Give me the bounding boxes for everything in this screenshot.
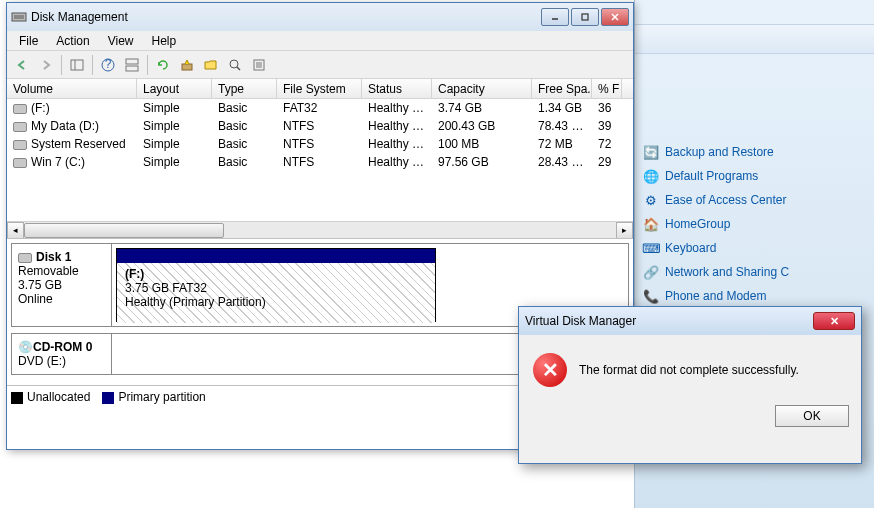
disk-name: Disk 1: [36, 250, 71, 264]
ok-button[interactable]: OK: [775, 405, 849, 427]
svg-rect-1: [14, 15, 24, 19]
titlebar[interactable]: Disk Management: [7, 3, 633, 31]
refresh-icon[interactable]: [152, 54, 174, 76]
svg-text:?: ?: [105, 58, 112, 71]
close-button[interactable]: [601, 8, 629, 26]
cp-item-icon: 🔗: [643, 264, 659, 280]
cp-item-icon: 🔄: [643, 144, 659, 160]
legend-primary: Primary partition: [118, 390, 205, 404]
menubar: File Action View Help: [7, 31, 633, 51]
legend-primary-swatch: [102, 392, 114, 404]
col-capacity[interactable]: Capacity: [432, 79, 532, 98]
volume-header-row: Volume Layout Type File System Status Ca…: [7, 79, 633, 99]
disk-size: 3.75 GB: [18, 278, 62, 292]
volume-row[interactable]: System ReservedSimpleBasicNTFSHealthy (S…: [7, 135, 633, 153]
col-free[interactable]: Free Spa...: [532, 79, 592, 98]
control-panel-item[interactable]: ⚙Ease of Access Center: [635, 188, 874, 212]
partition-f[interactable]: (F:) 3.75 GB FAT32 Healthy (Primary Part…: [116, 248, 436, 322]
cp-item-label: Network and Sharing C: [665, 265, 789, 279]
back-button[interactable]: [11, 54, 33, 76]
disk-type: Removable: [18, 264, 79, 278]
svg-line-14: [237, 67, 240, 70]
dialog-title: Virtual Disk Manager: [525, 314, 813, 328]
cp-item-icon: 🌐: [643, 168, 659, 184]
app-icon: [11, 9, 27, 25]
volume-list: Volume Layout Type File System Status Ca…: [7, 79, 633, 239]
disk-status: Online: [18, 292, 53, 306]
menu-file[interactable]: File: [11, 32, 46, 50]
partition-size: 3.75 GB FAT32: [125, 281, 207, 295]
partition-body: (F:) 3.75 GB FAT32 Healthy (Primary Part…: [117, 263, 435, 323]
control-panel-item[interactable]: 🔄Backup and Restore: [635, 140, 874, 164]
col-filesystem[interactable]: File System: [277, 79, 362, 98]
svg-rect-3: [582, 14, 588, 20]
col-type[interactable]: Type: [212, 79, 277, 98]
dialog-message: The format did not complete successfully…: [579, 363, 799, 377]
cp-item-label: Backup and Restore: [665, 145, 774, 159]
col-pctfree[interactable]: % F: [592, 79, 622, 98]
menu-help[interactable]: Help: [144, 32, 185, 50]
menu-action[interactable]: Action: [48, 32, 97, 50]
disk-icon: [18, 253, 32, 263]
scroll-track[interactable]: [24, 222, 616, 239]
tool-layout-icon[interactable]: [121, 54, 143, 76]
svg-rect-12: [182, 64, 192, 70]
legend-unallocated-swatch: [11, 392, 23, 404]
cp-item-icon: ⚙: [643, 192, 659, 208]
cd-icon: 💿: [18, 340, 33, 354]
properties-icon[interactable]: [248, 54, 270, 76]
partition-header: [117, 249, 435, 263]
help-icon[interactable]: ?: [97, 54, 119, 76]
menu-view[interactable]: View: [100, 32, 142, 50]
control-panel-item[interactable]: 🏠HomeGroup: [635, 212, 874, 236]
col-volume[interactable]: Volume: [7, 79, 137, 98]
scroll-thumb[interactable]: [24, 223, 224, 238]
cdrom-name: CD-ROM 0: [33, 340, 92, 354]
legend-unallocated: Unallocated: [27, 390, 90, 404]
disk-label: Disk 1 Removable 3.75 GB Online: [12, 244, 112, 326]
cp-item-label: HomeGroup: [665, 217, 730, 231]
window-title: Disk Management: [31, 10, 541, 24]
error-icon: ✕: [533, 353, 567, 387]
horizontal-scrollbar[interactable]: ◂ ▸: [7, 221, 633, 238]
partition-label: (F:): [125, 267, 144, 281]
cp-topbar: [635, 24, 874, 54]
error-dialog: Virtual Disk Manager ✕ ✕ The format did …: [518, 306, 862, 464]
cp-item-label: Default Programs: [665, 169, 758, 183]
cp-item-label: Ease of Access Center: [665, 193, 786, 207]
tool-pane-icon[interactable]: [66, 54, 88, 76]
dialog-titlebar[interactable]: Virtual Disk Manager ✕: [519, 307, 861, 335]
control-panel-item[interactable]: 📞Phone and Modem: [635, 284, 874, 308]
volume-row[interactable]: (F:)SimpleBasicFAT32Healthy (P...3.74 GB…: [7, 99, 633, 117]
control-panel-item[interactable]: 🌐Default Programs: [635, 164, 874, 188]
scroll-left-button[interactable]: ◂: [7, 222, 24, 239]
control-panel-item[interactable]: ⌨Keyboard: [635, 236, 874, 260]
search-icon[interactable]: [224, 54, 246, 76]
forward-button[interactable]: [35, 54, 57, 76]
volume-row[interactable]: Win 7 (C:)SimpleBasicNTFSHealthy (B...97…: [7, 153, 633, 171]
col-layout[interactable]: Layout: [137, 79, 212, 98]
svg-rect-10: [126, 59, 138, 64]
cdrom-label: 💿CD-ROM 0 DVD (E:): [12, 334, 112, 374]
cp-item-label: Keyboard: [665, 241, 716, 255]
cp-item-label: Phone and Modem: [665, 289, 766, 303]
svg-rect-6: [71, 60, 83, 70]
col-status[interactable]: Status: [362, 79, 432, 98]
wizard-icon[interactable]: [176, 54, 198, 76]
partition-status: Healthy (Primary Partition): [125, 295, 266, 309]
open-icon[interactable]: [200, 54, 222, 76]
svg-rect-11: [126, 66, 138, 71]
volume-row[interactable]: My Data (D:)SimpleBasicNTFSHealthy (P...…: [7, 117, 633, 135]
cdrom-sub: DVD (E:): [18, 354, 66, 368]
toolbar: ?: [7, 51, 633, 79]
maximize-button[interactable]: [571, 8, 599, 26]
svg-point-13: [230, 60, 238, 68]
scroll-right-button[interactable]: ▸: [616, 222, 633, 239]
minimize-button[interactable]: [541, 8, 569, 26]
control-panel-item[interactable]: 🔗Network and Sharing C: [635, 260, 874, 284]
dialog-close-button[interactable]: ✕: [813, 312, 855, 330]
cp-item-icon: ⌨: [643, 240, 659, 256]
cp-item-icon: 🏠: [643, 216, 659, 232]
cp-item-icon: 📞: [643, 288, 659, 304]
